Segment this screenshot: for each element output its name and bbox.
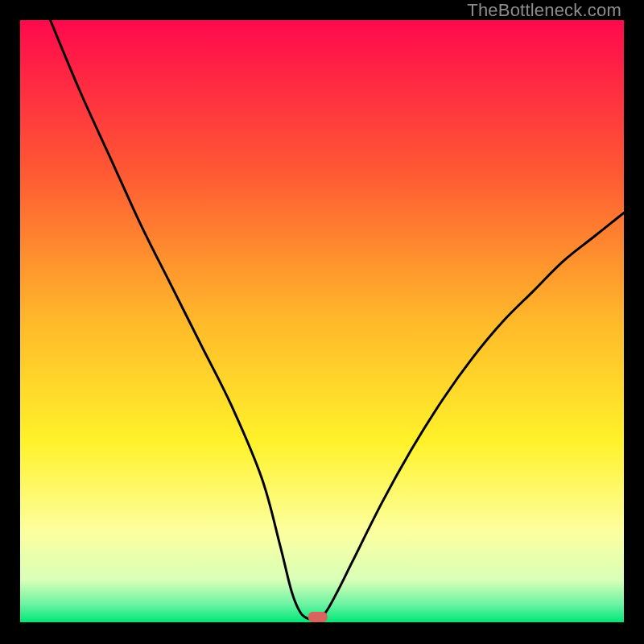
chart-frame: TheBottleneck.com — [0, 0, 644, 644]
optimum-marker — [308, 612, 328, 622]
chart-svg — [20, 20, 624, 622]
watermark-text: TheBottleneck.com — [467, 0, 621, 21]
plot-area — [20, 20, 624, 622]
chart-background — [20, 20, 624, 622]
